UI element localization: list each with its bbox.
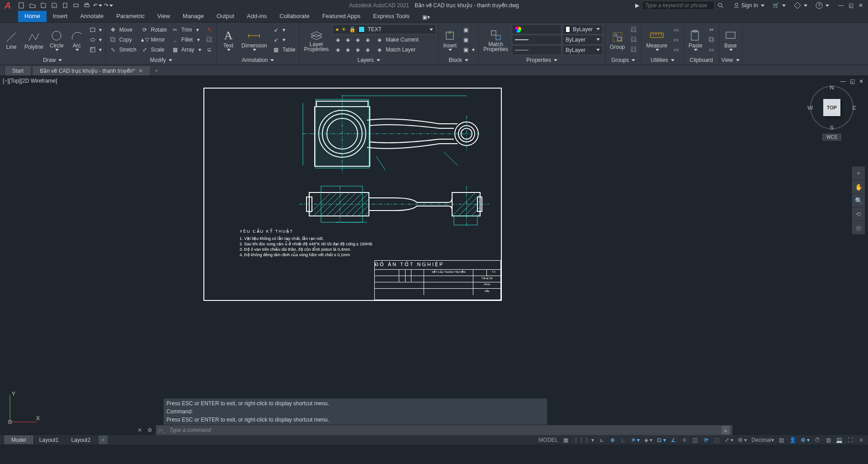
command-input[interactable]: ▷_ Type a command ▴ — [156, 425, 732, 435]
search-icon[interactable] — [716, 1, 725, 10]
layer-properties-button[interactable]: Layer Properties — [301, 27, 331, 53]
hatch-icon[interactable]: ▾ — [87, 45, 104, 55]
explode-icon[interactable]: ⿴ — [204, 35, 215, 45]
status-otrack-icon[interactable]: ∠ — [669, 436, 679, 444]
dimension-button[interactable]: Dimension — [239, 27, 270, 52]
status-model[interactable]: MODEL — [537, 436, 560, 444]
app-logo[interactable]: A — [3, 0, 13, 10]
file-tab-start[interactable]: Start — [5, 66, 31, 75]
tab-parametric[interactable]: Parametric — [110, 11, 151, 22]
status-monitor-icon[interactable]: ⏱ — [812, 436, 822, 444]
status-infer-icon[interactable]: ⊾ — [597, 436, 607, 444]
arc-button[interactable]: Arc — [67, 27, 86, 52]
qat-print-icon[interactable] — [82, 1, 91, 10]
layer-dropdown[interactable]: ● ☀ 🔒 TEXT — [332, 24, 436, 34]
lineweight-value[interactable]: ByLayer — [562, 35, 603, 45]
vc-w[interactable]: W — [807, 104, 813, 111]
circle-button[interactable]: Circle — [47, 27, 66, 52]
status-custom-icon[interactable]: ≡ — [856, 436, 866, 444]
vc-s[interactable]: S — [830, 124, 834, 131]
ucs-icon[interactable]: Y X — [5, 390, 42, 427]
viewport-label[interactable]: [−][Top][2D Wireframe] — [3, 78, 57, 84]
ribbon-more-icon[interactable]: ▣▾ — [419, 12, 434, 22]
status-workspace-icon[interactable]: ⚙ ▾ — [799, 436, 811, 444]
vc-n[interactable]: N — [830, 84, 834, 91]
status-hardware-icon[interactable]: 💻 — [834, 436, 844, 444]
status-annovis-icon[interactable]: 👤 — [788, 436, 798, 444]
tab-featured[interactable]: Featured Apps — [316, 11, 367, 22]
nav-orbit-icon[interactable]: ⟲ — [852, 207, 865, 221]
create-block-icon[interactable]: ▣ — [460, 25, 476, 35]
status-3dosnap-icon[interactable]: ⬚ — [712, 436, 722, 444]
line-button[interactable]: Line — [2, 28, 21, 51]
quickselect-icon[interactable]: ▭ — [671, 45, 682, 55]
edit-attr-icon[interactable]: ▣▾ — [460, 45, 476, 55]
vc-wcs[interactable]: WCS — [822, 134, 841, 141]
calc-icon[interactable]: ▭ — [671, 35, 682, 45]
edit-block-icon[interactable]: ▣ — [460, 35, 476, 45]
status-snapgrid-icon[interactable]: ⋮⋮⋮ ▾ — [571, 436, 595, 444]
qat-saveas-icon[interactable] — [50, 1, 59, 10]
copy-button[interactable]: ⿻Copy — [108, 35, 138, 45]
viewcube[interactable]: N S W E TOP WCS — [809, 85, 854, 130]
mirror-button[interactable]: ▲▽Mirror — [139, 35, 169, 45]
file-tab-doc[interactable]: Bản vẽ CAD trục khuỷu - thanh truyền*✕ — [32, 66, 151, 75]
polyline-button[interactable]: Polyline — [22, 28, 46, 51]
status-clean-icon[interactable]: ⛶ — [845, 436, 855, 444]
status-annoscale-icon[interactable]: ⤢ ▾ — [723, 436, 735, 444]
move-button[interactable]: ✥Move — [108, 25, 138, 35]
status-grid-icon[interactable]: ▦ — [561, 436, 571, 444]
status-dynamic-icon[interactable]: ⊕ — [608, 436, 618, 444]
nav-wheel-icon[interactable]: ◎ — [852, 221, 865, 234]
layout-1[interactable]: Layout1 — [33, 436, 65, 444]
color-dropdown[interactable] — [512, 24, 561, 34]
layer-tool-1[interactable]: ◈◈◈◈ — [332, 35, 373, 45]
scale-button[interactable]: ⤢Scale — [139, 45, 169, 55]
qat-open-icon[interactable] — [28, 1, 37, 10]
measure-button[interactable]: Measure — [643, 27, 670, 52]
qat-redo-icon[interactable]: ↷ — [104, 1, 113, 10]
ungroup-icon[interactable]: ⿴ — [628, 25, 639, 35]
qat-web-icon[interactable] — [61, 1, 70, 10]
tab-output[interactable]: Output — [210, 11, 241, 22]
search-input[interactable] — [642, 1, 714, 10]
status-transp-icon[interactable]: ◫ — [690, 436, 700, 444]
color-value[interactable]: ByLayer — [562, 24, 603, 34]
pastespec-icon[interactable]: ▭ — [706, 45, 717, 55]
status-cycle-icon[interactable]: ⟳ — [701, 436, 711, 444]
table-button[interactable]: ▦Table — [271, 45, 297, 55]
status-polar-icon[interactable]: ✳ ▾ — [629, 436, 642, 444]
layout-2[interactable]: Layout2 — [65, 436, 97, 444]
group-button[interactable]: Group — [607, 28, 627, 51]
leader-icon[interactable]: ↙▾ — [271, 25, 297, 35]
status-lwt-icon[interactable]: ≡ — [679, 436, 689, 444]
insert-button[interactable]: Insert — [440, 27, 459, 52]
status-units[interactable]: Decimal ▾ — [750, 436, 775, 444]
fillet-button[interactable]: ◟Fillet ▾ — [170, 35, 203, 45]
offset-icon[interactable]: ⊆ — [204, 45, 215, 55]
cmd-custom-icon[interactable]: ⚙ — [146, 427, 154, 433]
status-gizmo-icon[interactable]: ⚙ ▾ — [736, 436, 749, 444]
tab-annotate[interactable]: Annotate — [74, 11, 110, 22]
match-properties-button[interactable]: Match Properties — [481, 27, 511, 53]
paste-button[interactable]: Paste — [686, 27, 705, 52]
tab-view[interactable]: View — [151, 11, 176, 22]
status-iso-icon[interactable]: ◈ ▾ — [642, 436, 654, 444]
tab-home[interactable]: Home — [18, 11, 47, 22]
rect-icon[interactable]: ▾ — [87, 25, 104, 35]
nav-zoom-icon[interactable]: 🔍 — [852, 194, 865, 207]
drawing-sheet[interactable]: YÊU CẦU KỸ THUẬT 1. Vật liệu không có lẫ… — [203, 88, 502, 301]
vp-minimize-icon[interactable]: — — [839, 78, 847, 85]
help-icon[interactable]: ? — [814, 1, 831, 10]
layout-add-icon[interactable]: ＋ — [99, 436, 108, 444]
vp-close-icon[interactable]: ✕ — [857, 78, 865, 85]
nav-compass-icon[interactable]: ⌖ — [852, 167, 865, 180]
make-current-button[interactable]: ◈Make Current — [374, 35, 420, 45]
linetype-dropdown[interactable] — [512, 45, 561, 55]
layout-model[interactable]: Model — [5, 436, 33, 444]
tab-addins[interactable]: Add-ins — [241, 11, 273, 22]
signin-button[interactable]: Sign In — [731, 1, 766, 10]
mleader-icon[interactable]: ↙▾ — [271, 35, 297, 45]
cmd-history-icon[interactable]: ▴ — [722, 426, 730, 434]
status-ortho-icon[interactable]: ∟ — [618, 436, 628, 444]
